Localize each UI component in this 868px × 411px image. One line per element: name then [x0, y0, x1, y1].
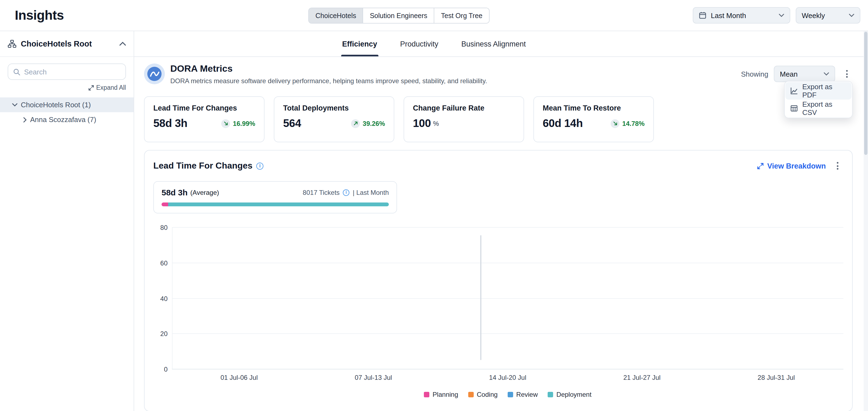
expand-all-button[interactable]: Expand All	[0, 84, 126, 91]
search-input[interactable]	[24, 68, 121, 76]
legend-swatch	[548, 392, 553, 397]
chevron-down-icon[interactable]	[12, 103, 18, 107]
bar-segment-deployment[interactable]	[480, 235, 482, 291]
metric-card-mean-time-to-restore[interactable]: Mean Time To Restore 60d 14h 14.78%	[533, 96, 654, 142]
aggregation-select-value: Mean	[780, 70, 819, 78]
bars	[172, 228, 843, 369]
metric-card-title: Mean Time To Restore	[543, 104, 645, 112]
metric-card-lead-time[interactable]: Lead Time For Changes 58d 3h 16.99%	[144, 96, 265, 142]
period-select[interactable]: Last Month	[693, 7, 790, 24]
tab-business-alignment[interactable]: Business Alignment	[460, 31, 527, 56]
legend-item-deployment[interactable]: Deployment	[548, 391, 591, 399]
showing-label: Showing	[741, 70, 768, 78]
bar-column	[441, 228, 575, 369]
metric-card-title: Lead Time For Changes	[153, 104, 255, 112]
x-tick-label: 28 Jul-31 Jul	[709, 374, 843, 381]
org-tree: ChoiceHotels Root (1) Anna Scozzafava (7…	[0, 97, 134, 127]
metric-card-value: 60d 14h	[543, 117, 583, 130]
metric-card-total-deployments[interactable]: Total Deployments 564 39.26%	[274, 96, 394, 142]
lead-time-summary: 58d 3h (Average) 8017 Tickets | Last Mon…	[153, 181, 397, 213]
legend-swatch	[468, 392, 473, 397]
chart-card-title: Lead Time For Changes	[153, 161, 252, 171]
tab-efficiency[interactable]: Efficiency	[341, 31, 378, 56]
chart-legend: PlanningCodingReviewDeployment	[172, 391, 843, 399]
legend-item-coding[interactable]: Coding	[468, 391, 498, 399]
view-tabs: Efficiency Productivity Business Alignme…	[134, 31, 868, 57]
main-area: Efficiency Productivity Business Alignme…	[134, 31, 868, 411]
progress-segment-deployment	[168, 203, 389, 206]
arrow-down-right-icon	[611, 119, 620, 128]
y-tick-label: 60	[153, 260, 167, 267]
summary-period: | Last Month	[353, 189, 389, 196]
arrow-up-right-icon	[351, 119, 360, 128]
bar-column	[709, 228, 843, 369]
legend-label: Planning	[433, 391, 458, 399]
arrow-down-right-icon	[221, 119, 230, 128]
x-tick-label: 21 Jul-27 Jul	[575, 374, 709, 381]
summary-value: 58d 3h	[161, 188, 188, 197]
dora-titles: DORA Metrics DORA metrics measure softwa…	[170, 64, 487, 85]
granularity-select-value: Weekly	[802, 11, 844, 20]
metric-card-title: Change Failure Rate	[413, 104, 515, 112]
metric-delta: 14.78%	[611, 119, 645, 128]
chart: 020406080 01 Jul-06 Jul07 Jul-13 Jul14 J…	[153, 228, 843, 399]
collapse-sidebar-icon[interactable]	[119, 42, 126, 46]
view-breakdown-label: View Breakdown	[767, 162, 826, 170]
sidebar-item-anna-scozzafava[interactable]: Anna Scozzafava (7)	[0, 112, 134, 127]
info-icon[interactable]	[343, 189, 349, 196]
legend-label: Deployment	[556, 391, 591, 399]
y-tick-label: 80	[153, 224, 167, 232]
metric-delta-value: 16.99%	[233, 119, 255, 127]
expand-all-label: Expand All	[96, 84, 126, 91]
chart-card-title-row: Lead Time For Changes	[153, 161, 264, 171]
chart-line-icon	[790, 87, 798, 95]
x-tick-label: 07 Jul-13 Jul	[306, 374, 440, 381]
x-tick-label: 14 Jul-20 Jul	[441, 374, 575, 381]
org-tab-solution-engineers[interactable]: Solution Engineers	[363, 8, 434, 23]
chart-xlabels: 01 Jul-06 Jul07 Jul-13 Jul14 Jul-20 Jul2…	[172, 374, 843, 381]
y-tick-label: 20	[153, 330, 167, 338]
sidebar-item-choicehotels-root[interactable]: ChoiceHotels Root (1)	[0, 97, 134, 112]
dora-title: DORA Metrics	[170, 64, 487, 74]
sidebar-search	[8, 64, 126, 80]
metric-delta-value: 39.26%	[363, 119, 385, 127]
calendar-icon	[699, 11, 707, 19]
insights-app: Insights ChoiceHotels Solution Engineers…	[0, 0, 868, 411]
page-title: Insights	[15, 8, 64, 23]
scrollbar-track[interactable]	[864, 31, 868, 411]
legend-swatch	[507, 392, 513, 397]
menu-item-export-csv[interactable]: Export as CSV	[785, 100, 851, 117]
metric-delta: 16.99%	[221, 119, 255, 128]
org-tree-icon	[8, 39, 17, 48]
period-select-value: Last Month	[711, 11, 774, 20]
summary-qualifier: (Average)	[190, 189, 219, 196]
view-breakdown-button[interactable]: View Breakdown	[757, 162, 826, 170]
dora-menu-button[interactable]	[841, 66, 852, 81]
y-tick-label: 40	[153, 295, 167, 302]
menu-item-export-pdf[interactable]: Export as PDF	[785, 82, 851, 100]
chart-menu-button[interactable]	[831, 158, 843, 173]
bar-column	[172, 228, 306, 369]
metric-card-change-failure-rate[interactable]: Change Failure Rate 100 %	[404, 96, 524, 142]
legend-item-review[interactable]: Review	[507, 391, 538, 399]
legend-item-planning[interactable]: Planning	[424, 391, 458, 399]
menu-item-label: Export as CSV	[802, 100, 847, 116]
tab-productivity[interactable]: Productivity	[399, 31, 439, 56]
info-icon[interactable]	[256, 162, 264, 169]
chevron-down-icon	[849, 14, 854, 17]
metric-card-unit: %	[433, 119, 439, 127]
scrollbar-thumb[interactable]	[864, 32, 867, 155]
chart-plot: 020406080	[172, 228, 843, 369]
chevron-right-icon[interactable]	[23, 117, 27, 122]
tree-item-label: ChoiceHotels Root (1)	[21, 101, 91, 109]
search-icon	[13, 68, 20, 75]
org-tab-test-org-tree[interactable]: Test Org Tree	[434, 8, 489, 23]
dora-description: DORA metrics measure software delivery p…	[170, 77, 487, 85]
x-tick-label: 01 Jul-06 Jul	[172, 374, 306, 381]
aggregation-select[interactable]: Mean	[774, 66, 835, 82]
top-right-controls: Last Month Weekly	[693, 7, 860, 24]
granularity-select[interactable]: Weekly	[796, 7, 860, 24]
sidebar-header: ChoiceHotels Root	[0, 31, 134, 57]
menu-item-label: Export as PDF	[802, 83, 847, 99]
org-tab-choicehotels[interactable]: ChoiceHotels	[309, 8, 363, 23]
